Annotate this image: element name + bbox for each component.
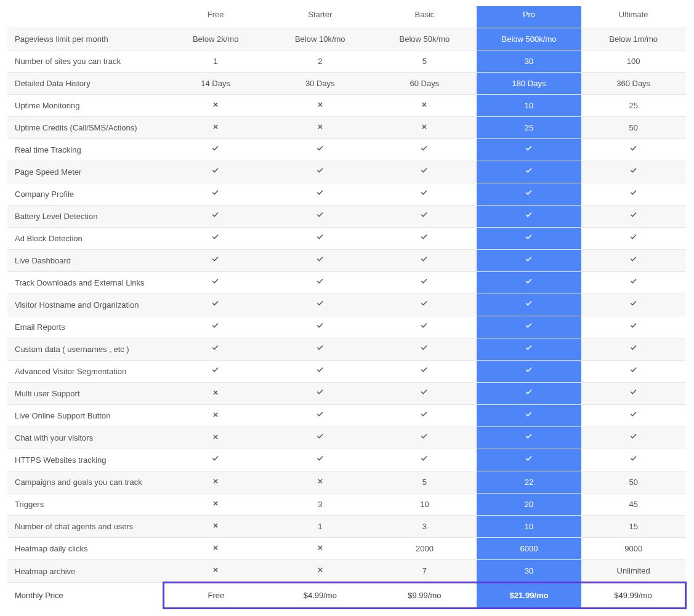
feature-value: Unlimited bbox=[581, 560, 686, 583]
feature-value bbox=[477, 316, 581, 338]
feature-row: Uptime Monitoring1025 bbox=[7, 95, 686, 117]
check-icon bbox=[212, 212, 219, 219]
feature-value bbox=[477, 427, 581, 449]
feature-value bbox=[163, 272, 268, 294]
plan-header: Basic bbox=[373, 6, 477, 28]
cross-icon bbox=[212, 389, 219, 396]
feature-label: Track Downloads and External Links bbox=[7, 272, 163, 294]
feature-value: Below 50k/mo bbox=[373, 28, 477, 50]
feature-row: Battery Level Detection bbox=[7, 206, 686, 228]
feature-label: Heatmap archive bbox=[7, 560, 163, 583]
feature-value: 45 bbox=[581, 494, 686, 516]
feature-value bbox=[477, 250, 581, 272]
feature-value bbox=[268, 117, 373, 139]
feature-row: Number of sites you can track12530100 bbox=[7, 50, 686, 73]
feature-value bbox=[581, 383, 686, 405]
feature-row: Live Online Support Button bbox=[7, 405, 686, 427]
check-icon bbox=[525, 145, 533, 153]
price-value: $21.99/mo bbox=[477, 583, 581, 609]
feature-value bbox=[581, 294, 686, 316]
feature-label: Live Dashboard bbox=[7, 250, 163, 272]
check-icon bbox=[212, 256, 219, 263]
feature-value bbox=[163, 449, 268, 471]
feature-row: Uptime Credits (Call/SMS/Actions)2550 bbox=[7, 117, 686, 139]
feature-row: Chat with your visitors bbox=[7, 427, 686, 449]
feature-value: 25 bbox=[477, 117, 581, 139]
feature-value bbox=[477, 405, 581, 427]
feature-value bbox=[268, 294, 373, 316]
cross-icon bbox=[212, 522, 219, 529]
check-icon bbox=[630, 433, 637, 441]
check-icon bbox=[525, 389, 533, 396]
feature-value bbox=[268, 449, 373, 471]
feature-value bbox=[477, 272, 581, 294]
check-icon bbox=[317, 212, 324, 219]
feature-value bbox=[268, 183, 373, 206]
check-icon bbox=[212, 455, 219, 463]
feature-value bbox=[163, 316, 268, 338]
feature-value bbox=[163, 183, 268, 206]
feature-value: 6000 bbox=[477, 538, 581, 560]
feature-row: Multi user Support bbox=[7, 383, 686, 405]
feature-value: 100 bbox=[581, 50, 686, 73]
feature-value bbox=[373, 294, 477, 316]
check-icon bbox=[317, 145, 324, 153]
feature-value: 30 bbox=[477, 50, 581, 73]
feature-value: 10 bbox=[477, 516, 581, 538]
feature-row: Custom data ( usernames , etc ) bbox=[7, 338, 686, 361]
check-icon bbox=[212, 145, 219, 153]
cross-icon bbox=[212, 101, 219, 108]
check-icon bbox=[317, 367, 324, 374]
feature-value bbox=[163, 516, 268, 538]
feature-value bbox=[477, 139, 581, 161]
check-icon bbox=[421, 145, 428, 153]
plan-header-row: FreeStarterBasicProUltimate bbox=[7, 6, 686, 28]
cross-icon bbox=[212, 566, 219, 574]
feature-value bbox=[373, 95, 477, 117]
feature-value: 9000 bbox=[581, 538, 686, 560]
feature-value bbox=[477, 449, 581, 471]
feature-row: Detailed Data History14 Days30 Days60 Da… bbox=[7, 73, 686, 95]
check-icon bbox=[630, 278, 637, 286]
feature-value bbox=[373, 139, 477, 161]
feature-value bbox=[581, 250, 686, 272]
feature-row: Heatmap archive730Unlimited bbox=[7, 560, 686, 583]
feature-value: 15 bbox=[581, 516, 686, 538]
check-icon bbox=[212, 345, 219, 352]
check-icon bbox=[421, 322, 428, 330]
feature-value: 360 Days bbox=[581, 73, 686, 95]
feature-value bbox=[163, 361, 268, 383]
feature-value bbox=[581, 338, 686, 361]
feature-value bbox=[163, 538, 268, 560]
check-icon bbox=[212, 300, 219, 308]
feature-label: Real time Tracking bbox=[7, 139, 163, 161]
feature-label: Custom data ( usernames , etc ) bbox=[7, 338, 163, 361]
check-icon bbox=[630, 300, 637, 308]
feature-value: 10 bbox=[477, 95, 581, 117]
feature-label: Detailed Data History bbox=[7, 73, 163, 95]
feature-value bbox=[581, 139, 686, 161]
feature-value bbox=[581, 405, 686, 427]
feature-label: Uptime Credits (Call/SMS/Actions) bbox=[7, 117, 163, 139]
feature-value bbox=[163, 228, 268, 250]
feature-value bbox=[581, 206, 686, 228]
check-icon bbox=[525, 212, 533, 219]
plan-header: Pro bbox=[477, 6, 581, 28]
feature-value bbox=[163, 206, 268, 228]
feature-row: Campaigns and goals you can track52250 bbox=[7, 471, 686, 494]
feature-label: Email Reports bbox=[7, 316, 163, 338]
check-icon bbox=[212, 322, 219, 330]
feature-value bbox=[581, 361, 686, 383]
feature-label: Battery Level Detection bbox=[7, 206, 163, 228]
feature-value bbox=[163, 139, 268, 161]
price-label: Monthly Price bbox=[7, 583, 163, 609]
feature-value: 7 bbox=[373, 560, 477, 583]
feature-value bbox=[268, 250, 373, 272]
feature-label: Visitor Hostname and Organization bbox=[7, 294, 163, 316]
feature-value bbox=[163, 560, 268, 583]
feature-value bbox=[163, 383, 268, 405]
feature-value: 22 bbox=[477, 471, 581, 494]
check-icon bbox=[317, 190, 324, 197]
check-icon bbox=[421, 167, 428, 175]
check-icon bbox=[525, 367, 533, 374]
